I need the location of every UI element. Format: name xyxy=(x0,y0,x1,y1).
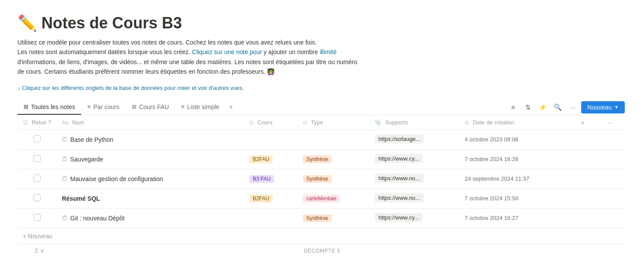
row-3-name: 🗒Mauvaise gestion de configuration xyxy=(62,175,239,182)
row-2-more-cell xyxy=(603,149,627,169)
col-label-type: Type xyxy=(311,119,323,126)
row-3-checkbox[interactable] xyxy=(34,175,41,182)
tab-cours-fau[interactable]: ⊞ Cours FAU xyxy=(126,100,175,115)
title-row: ✏️ Notes de Cours B3 xyxy=(17,14,627,32)
page-title: Notes de Cours B3 xyxy=(41,14,182,32)
row-1-name-cell[interactable]: 🗒Base de Python xyxy=(57,130,244,149)
tabs-bar: ⊞ Toutes les notes ≡ Par cours ⊞ Cours F… xyxy=(17,100,627,115)
row-3-checkbox-cell[interactable] xyxy=(17,169,57,189)
tab-par-cours[interactable]: ≡ Par cours xyxy=(81,100,126,115)
table-row: 🗒Mauvaise gestion de configurationB3 FAU… xyxy=(17,169,627,189)
row-1-supports-link[interactable]: https://sofauge... xyxy=(375,134,424,144)
row-4-supports-link[interactable]: https://www.no... xyxy=(375,193,423,202)
row-4-name: Résumé SQL xyxy=(62,195,239,202)
row-1-more-cell xyxy=(603,130,627,149)
supports-col-icon: 📎 xyxy=(375,120,381,126)
desc-link1: Cliquez sur une note pour xyxy=(192,48,262,55)
col-add-header[interactable]: + xyxy=(573,115,603,130)
col-header-type: ⊙ Type xyxy=(298,115,370,130)
new-button[interactable]: Nouveau ▼ xyxy=(581,101,625,113)
sort-button[interactable]: ⇅ xyxy=(522,101,534,113)
tab-add-button[interactable]: + xyxy=(226,100,236,115)
hint-text: ↓ Cliquez sur les différents onglets de … xyxy=(17,85,244,91)
row-2-supports-link[interactable]: https://www.cy... xyxy=(375,154,422,163)
row-4-checkbox-cell[interactable] xyxy=(17,189,57,208)
row-2-type-cell: Synthèse xyxy=(298,149,370,169)
row-3-cours-cell: B3 FAU xyxy=(244,169,298,189)
row-1-checkbox-cell[interactable] xyxy=(17,130,57,149)
row-2-name-cell[interactable]: 🗒Sauvegarde xyxy=(57,149,244,169)
row-3-name-text: Mauvaise gestion de configuration xyxy=(70,175,163,182)
row-4-name-text: Résumé SQL xyxy=(62,195,100,202)
row-2-cours-tag[interactable]: B2FAU xyxy=(249,155,273,163)
tab-liste-simple[interactable]: ≡ Liste simple xyxy=(175,100,226,115)
search-button[interactable]: 🔍 xyxy=(552,101,564,113)
sum-label: Σ ∨ xyxy=(35,247,45,254)
col-header-relue: ☑ Relue ? xyxy=(17,115,57,130)
col-more-header[interactable]: ··· xyxy=(603,115,627,130)
row-2-checkbox[interactable] xyxy=(34,155,41,162)
col-label-supports: Supports xyxy=(385,119,408,126)
tab-label-listesimple: Liste simple xyxy=(187,103,219,110)
sort-icon: ⇅ xyxy=(525,103,531,111)
new-button-label: Nouveau xyxy=(587,104,612,111)
row-5-add-cell xyxy=(573,208,603,228)
desc-line2: Les notes sont automatiquement datées lo… xyxy=(17,48,337,55)
footer-sum-button[interactable]: Σ ∨ xyxy=(35,247,45,254)
title-emoji: ✏️ xyxy=(17,14,37,32)
row-5-supports-link[interactable]: https://www.cy... xyxy=(375,213,422,222)
row-2-type-tag[interactable]: Synthèse xyxy=(303,155,332,163)
automation-button[interactable]: ⚡ xyxy=(537,101,549,113)
row-2-doc-icon: 🗒 xyxy=(62,156,68,162)
row-3-more-cell xyxy=(603,169,627,189)
row-5-more-cell xyxy=(603,208,627,228)
row-3-cours-tag[interactable]: B3 FAU xyxy=(249,175,274,183)
search-icon: 🔍 xyxy=(554,103,562,111)
row-4-type-tag[interactable]: carteMentale xyxy=(303,195,340,202)
row-1-date-cell: 4 octobre 2023 09:08 xyxy=(459,130,573,149)
row-5-name: 🗒Git : nouveau Dépôt xyxy=(62,215,239,222)
filter-button[interactable]: ≡ xyxy=(507,101,519,113)
row-2-cours-cell: B2FAU xyxy=(244,149,298,169)
checkbox-col-icon: ☑ xyxy=(23,120,28,126)
col-label-nom: Nom xyxy=(72,119,84,126)
row-4-supports-cell: https://www.no... xyxy=(370,189,459,208)
row-5-supports-cell: https://www.cy... xyxy=(370,208,459,228)
row-3-supports-link[interactable]: https://www.no... xyxy=(375,174,423,183)
row-4-more-cell xyxy=(603,189,627,208)
row-4-name-cell[interactable]: Résumé SQL xyxy=(57,189,244,208)
row-5-name-cell[interactable]: 🗒Git : nouveau Dépôt xyxy=(57,208,244,228)
row-3-add-cell xyxy=(573,169,603,189)
row-1-checkbox[interactable] xyxy=(34,135,41,142)
row-5-checkbox-cell[interactable] xyxy=(17,208,57,228)
cours-col-icon: ⊙ xyxy=(249,120,253,126)
row-2-name-text: Sauvegarde xyxy=(70,156,103,163)
row-4-checkbox[interactable] xyxy=(34,194,41,201)
row-5-type-tag[interactable]: Synthèse xyxy=(303,214,332,222)
more-columns-button[interactable]: ··· xyxy=(608,119,613,126)
row-5-date-cell: 7 octobre 2024 16:27 xyxy=(459,208,573,228)
row-3-date-cell: 24 septembre 2024 11:37 xyxy=(459,169,573,189)
row-3-type-tag[interactable]: Synthèse xyxy=(303,175,332,183)
add-row-button[interactable]: + Nouveau xyxy=(17,228,627,244)
desc-line3: d'informations, de liens, d'images, de v… xyxy=(17,58,357,65)
lightning-icon: ⚡ xyxy=(539,103,547,111)
tab-toutes-les-notes[interactable]: ⊞ Toutes les notes xyxy=(17,100,81,115)
add-column-button[interactable]: + xyxy=(578,119,587,126)
row-3-name-cell[interactable]: 🗒Mauvaise gestion de configuration xyxy=(57,169,244,189)
row-1-add-cell xyxy=(573,130,603,149)
desc-link2: illimité xyxy=(320,48,337,55)
row-4-cours-tag[interactable]: B2FAU xyxy=(249,195,273,202)
page-container: ✏️ Notes de Cours B3 Utilisez ce modèle … xyxy=(0,0,644,257)
row-1-name-text: Base de Python xyxy=(70,136,113,143)
col-label-relue: Relue ? xyxy=(31,119,51,126)
hint-row: ↓ Cliquez sur les différents onglets de … xyxy=(17,85,627,91)
row-5-name-text: Git : nouveau Dépôt xyxy=(70,215,125,222)
col-header-supports: 📎 Supports xyxy=(370,115,459,130)
row-4-cours-cell: B2FAU xyxy=(244,189,298,208)
row-4-add-cell xyxy=(573,189,603,208)
row-2-supports-cell: https://www.cy... xyxy=(370,149,459,169)
row-2-checkbox-cell[interactable] xyxy=(17,149,57,169)
more-options-button[interactable]: ··· xyxy=(566,101,579,113)
row-5-checkbox[interactable] xyxy=(34,214,41,221)
